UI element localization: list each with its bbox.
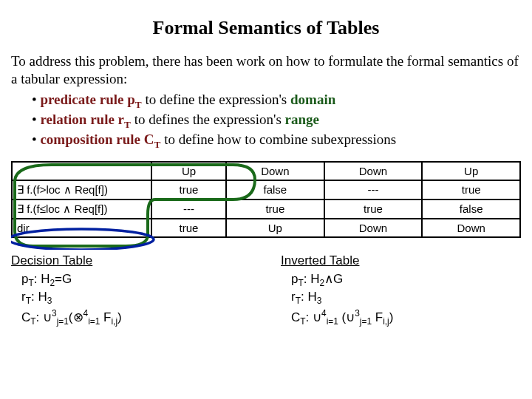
inverted-head: Inverted Table — [281, 253, 521, 270]
hdr-cell: Up — [422, 162, 520, 180]
decision-head: Decision Table — [11, 253, 251, 270]
cell: --- — [324, 180, 423, 200]
table-row: ∃ f.(f≤loc ∧ Req[f]) --- true true false — [12, 200, 520, 219]
cell: false — [226, 180, 324, 200]
inverted-table-col: Inverted Table pT: H2∧G rT: H3 CT: ∪4i=1… — [281, 253, 521, 327]
decision-pT: pT: H2=G — [21, 271, 251, 289]
hdr-cell: Up — [151, 162, 226, 180]
table-row: dir true Up Down Down — [12, 219, 520, 237]
cell: Down — [324, 219, 423, 237]
row-label: ∃ f.(f>loc ∧ Req[f]) — [12, 180, 151, 200]
inverted-pT: pT: H2∧G — [291, 271, 521, 289]
bottom-columns: Decision Table pT: H2=G rT: H3 CT: ∪3j=1… — [11, 253, 521, 327]
decision-table-col: Decision Table pT: H2=G rT: H3 CT: ∪3j=1… — [11, 253, 251, 327]
intro-text: To address this problem, there has been … — [11, 52, 521, 88]
bullet-composition: • composition rule CT to define how to c… — [32, 131, 521, 151]
bullet-relation: • relation rule rT to defines the expres… — [32, 111, 521, 131]
bullet-predicate: • predicate rule pT to define the expres… — [32, 91, 521, 111]
hdr-cell: Down — [324, 162, 423, 180]
decision-rT: rT: H3 — [21, 289, 251, 307]
cell: --- — [151, 200, 226, 219]
cell: Up — [226, 219, 324, 237]
cell: true — [226, 200, 324, 219]
cell: true — [422, 180, 520, 200]
table-wrap: Up Down Down Up ∃ f.(f>loc ∧ Req[f]) tru… — [11, 161, 521, 238]
page-title: Formal Semantics of Tables — [11, 17, 521, 39]
cell: true — [151, 180, 226, 200]
hdr-cell: Down — [226, 162, 324, 180]
inverted-cT: CT: ∪4i=1 (∪3j=1 Fi,j) — [291, 307, 521, 327]
inverted-rT: rT: H3 — [291, 289, 521, 307]
row-label: ∃ f.(f≤loc ∧ Req[f]) — [12, 200, 151, 219]
cell: true — [151, 219, 226, 237]
decision-cT: CT: ∪3j=1(⊗4i=1 Fi,j) — [21, 307, 251, 327]
table-row: ∃ f.(f>loc ∧ Req[f]) true false --- true — [12, 180, 520, 200]
table-header-row: Up Down Down Up — [12, 162, 520, 180]
row-label: dir — [12, 219, 151, 237]
cell: true — [324, 200, 423, 219]
cell: false — [422, 200, 520, 219]
semantics-table: Up Down Down Up ∃ f.(f>loc ∧ Req[f]) tru… — [11, 161, 521, 238]
cell: Down — [422, 219, 520, 237]
corner-cell — [12, 162, 151, 180]
bullet-list: • predicate rule pT to define the expres… — [32, 91, 521, 151]
